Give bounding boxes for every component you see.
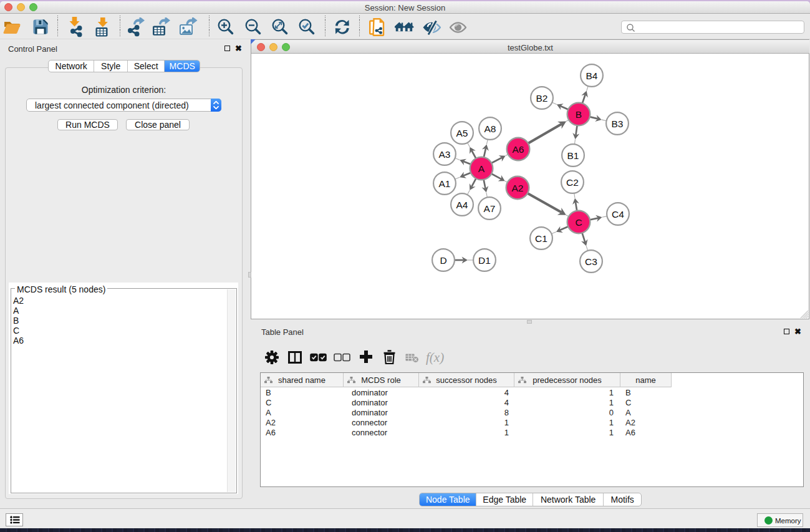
svg-text:A6: A6 xyxy=(513,144,524,155)
svg-text:C3: C3 xyxy=(585,256,597,267)
svg-text:A8: A8 xyxy=(485,123,496,134)
svg-text:C1: C1 xyxy=(535,233,547,244)
svg-text:C: C xyxy=(575,217,582,228)
svg-text:A: A xyxy=(478,163,485,174)
svg-text:C4: C4 xyxy=(612,209,624,220)
svg-text:B4: B4 xyxy=(586,70,598,81)
svg-text:D: D xyxy=(440,255,446,266)
svg-text:A3: A3 xyxy=(439,149,451,160)
svg-text:A5: A5 xyxy=(456,128,468,138)
svg-text:A1: A1 xyxy=(439,178,451,189)
svg-text:B1: B1 xyxy=(567,150,579,161)
svg-text:B: B xyxy=(576,109,582,120)
svg-text:A2: A2 xyxy=(512,183,524,193)
svg-text:B3: B3 xyxy=(612,118,624,129)
svg-text:D1: D1 xyxy=(478,255,491,266)
svg-text:C2: C2 xyxy=(566,177,579,188)
svg-text:A4: A4 xyxy=(456,200,468,210)
svg-text:A7: A7 xyxy=(484,203,496,214)
svg-text:B2: B2 xyxy=(536,93,548,104)
